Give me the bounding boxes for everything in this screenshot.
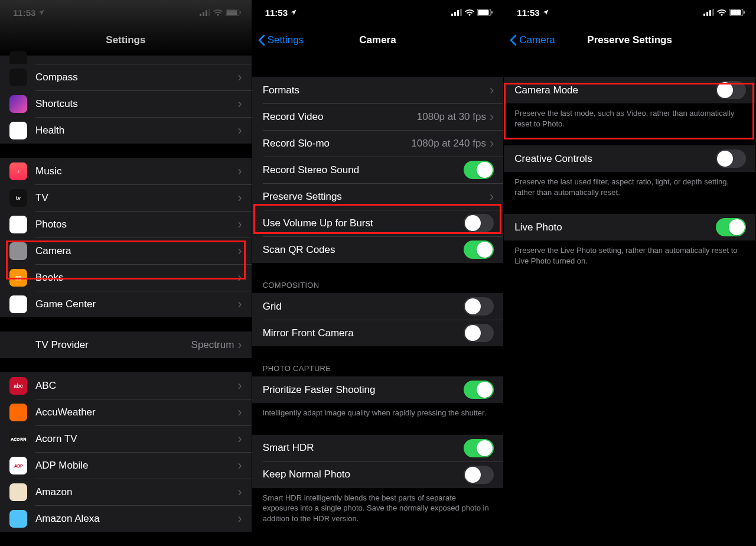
row-detail: 1080p at 240 fps — [411, 138, 486, 150]
row-use volume up for burst[interactable]: Use Volume Up for Burst — [252, 210, 504, 236]
wifi-icon — [465, 9, 474, 16]
row-label: TV Provider — [35, 339, 191, 351]
settings-row-amazon[interactable]: Amazon› — [0, 479, 252, 505]
status-time: 11:53 — [517, 8, 539, 18]
svg-rect-0 — [200, 14, 201, 16]
row-label: AccuWeather — [35, 407, 237, 418]
settings-row-accuweather[interactable]: AccuWeather› — [0, 399, 252, 425]
toggle-switch[interactable] — [716, 150, 746, 168]
row-keep normal photo[interactable]: Keep Normal Photo — [252, 462, 504, 488]
row-label: Camera Mode — [514, 84, 716, 96]
toggle-switch[interactable] — [464, 439, 494, 457]
row-label: Smart HDR — [263, 442, 464, 454]
settings-row-amazon alexa[interactable]: Amazon Alexa› — [0, 505, 252, 532]
chevron-right-icon: › — [237, 406, 242, 419]
toggle-switch[interactable] — [464, 381, 494, 399]
row-preserve settings[interactable]: Preserve Settings› — [252, 183, 504, 210]
settings-row-shortcuts[interactable]: Shortcuts› — [0, 90, 252, 117]
row-camera mode[interactable]: Camera Mode — [504, 77, 755, 103]
settings-row-photos[interactable]: Photos› — [0, 211, 252, 238]
settings-screen: 11:53 Settings Compass›Shortcuts›Health›… — [0, 0, 252, 546]
row-label: Health — [35, 125, 237, 136]
group-footer: Preserve the Live Photo setting, rather … — [504, 240, 755, 268]
row-prioritize faster shooting[interactable]: Prioritize Faster Shooting — [252, 376, 504, 403]
back-button[interactable]: Settings — [258, 34, 304, 46]
row-label: Formats — [263, 84, 490, 96]
row-label: Live Photo — [514, 222, 716, 233]
row-grid[interactable]: Grid — [252, 293, 504, 320]
group-footer: Intelligently adapt image quality when r… — [252, 403, 504, 421]
svg-rect-14 — [703, 14, 705, 16]
settings-row-health[interactable]: Health› — [0, 117, 252, 144]
svg-rect-6 — [240, 11, 241, 14]
row-live photo[interactable]: Live Photo — [504, 214, 755, 240]
toggle-switch[interactable] — [464, 240, 494, 259]
wifi-icon — [213, 9, 223, 16]
chevron-right-icon: › — [237, 486, 242, 499]
toggle-switch[interactable] — [464, 214, 494, 232]
toggle-switch[interactable] — [464, 466, 494, 484]
nav-bar: Settings — [0, 25, 252, 56]
app-icon — [9, 216, 27, 233]
row-label: Game Center — [35, 298, 237, 310]
chevron-right-icon: › — [237, 298, 242, 311]
app-icon — [9, 404, 27, 421]
toggle-switch[interactable] — [464, 297, 494, 316]
settings-row-game center[interactable]: Game Center› — [0, 291, 252, 317]
settings-row-music[interactable]: ♪Music› — [0, 158, 252, 184]
app-icon: tv — [9, 189, 27, 207]
settings-row-books[interactable]: ▯▯Books› — [0, 264, 252, 291]
settings-row-tv provider[interactable]: TV ProviderSpectrum› — [0, 332, 252, 358]
chevron-right-icon: › — [237, 459, 242, 472]
row-label: Amazon Alexa — [35, 513, 237, 525]
chevron-left-icon — [510, 34, 517, 46]
battery-icon — [226, 9, 241, 16]
toggle-switch[interactable] — [464, 161, 494, 179]
svg-rect-9 — [457, 10, 459, 16]
row-creative controls[interactable]: Creative Controls — [504, 145, 755, 172]
chevron-right-icon: › — [237, 218, 242, 231]
svg-rect-1 — [203, 12, 204, 16]
settings-row-camera[interactable]: Camera› — [0, 238, 252, 264]
row-formats[interactable]: Formats› — [252, 77, 504, 103]
row-scan qr codes[interactable]: Scan QR Codes — [252, 236, 504, 263]
row-label: Mirror Front Camera — [263, 327, 464, 339]
row-label: Record Stereo Sound — [263, 164, 464, 176]
location-arrow-icon — [38, 9, 45, 16]
row-record slo-mo[interactable]: Record Slo-mo1080p at 240 fps› — [252, 130, 504, 157]
settings-row-abc[interactable]: abcABC› — [0, 372, 252, 399]
camera-settings-list[interactable]: Formats›Record Video1080p at 30 fps›Reco… — [252, 77, 504, 526]
settings-list[interactable]: Compass›Shortcuts›Health›♪Music›tvTV›Pho… — [0, 56, 252, 532]
settings-row-acorn tv[interactable]: ᴀᴄᴏʀɴAcorn TV› — [0, 425, 252, 452]
row-smart hdr[interactable]: Smart HDR — [252, 435, 504, 462]
status-right — [200, 9, 241, 16]
toggle-switch[interactable] — [716, 81, 746, 99]
group-footer: Smart HDR intelligently blends the best … — [252, 488, 504, 526]
row-mirror front camera[interactable]: Mirror Front Camera — [252, 320, 504, 346]
page-title: Settings — [106, 34, 145, 46]
app-icon — [9, 242, 27, 260]
chevron-right-icon: › — [237, 165, 242, 178]
row-label: Use Volume Up for Burst — [263, 217, 464, 229]
row-record video[interactable]: Record Video1080p at 30 fps› — [252, 103, 504, 130]
toggle-switch[interactable] — [716, 218, 746, 236]
chevron-right-icon: › — [237, 433, 242, 446]
row-record stereo sound[interactable]: Record Stereo Sound — [252, 157, 504, 183]
preserve-settings-list[interactable]: Camera ModePreserve the last mode, such … — [504, 77, 755, 268]
row-label: Record Video — [263, 111, 417, 123]
row-detail: 1080p at 30 fps — [417, 111, 486, 123]
settings-row-adp mobile[interactable]: ᴀᴅᴘADP Mobile› — [0, 452, 252, 479]
group-header: PHOTO CAPTURE — [252, 360, 504, 376]
back-label: Camera — [519, 34, 555, 46]
settings-row-tv[interactable]: tvTV› — [0, 184, 252, 211]
row-label: Compass — [35, 72, 237, 83]
chevron-right-icon: › — [237, 245, 242, 258]
settings-row-partial[interactable] — [0, 56, 252, 64]
back-button[interactable]: Camera — [510, 34, 555, 46]
status-bar: 11:53 — [252, 0, 504, 25]
settings-row-compass[interactable]: Compass› — [0, 64, 252, 90]
row-label: Creative Controls — [514, 153, 716, 165]
svg-rect-7 — [451, 14, 453, 16]
toggle-switch[interactable] — [464, 324, 494, 342]
row-label: Preserve Settings — [263, 191, 490, 203]
